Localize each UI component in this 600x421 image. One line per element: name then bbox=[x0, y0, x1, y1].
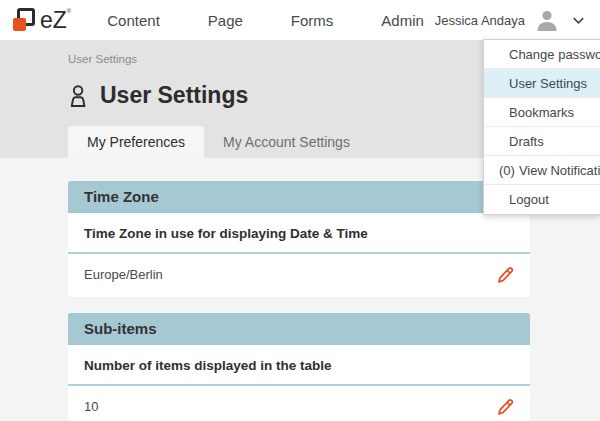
tab-my-preferences[interactable]: My Preferences bbox=[68, 126, 204, 158]
user-icon bbox=[68, 84, 90, 108]
ez-logo[interactable]: eZ ® bbox=[10, 5, 71, 35]
subitems-section: Sub-items Number of items displayed in t… bbox=[68, 313, 530, 421]
user-name: Jessica Andaya bbox=[435, 13, 525, 28]
user-avatar-icon bbox=[534, 7, 560, 33]
timezone-value-row: Europe/Berlin bbox=[68, 254, 530, 297]
timezone-edit-button[interactable] bbox=[495, 264, 516, 285]
menu-item-logout[interactable]: Logout bbox=[484, 185, 600, 214]
pencil-icon bbox=[495, 264, 516, 285]
subitems-value-row: 10 bbox=[68, 386, 530, 421]
subitems-field-label: Number of items displayed in the table bbox=[68, 345, 530, 386]
menu-item-drafts[interactable]: Drafts bbox=[484, 127, 600, 156]
tab-my-account-settings[interactable]: My Account Settings bbox=[204, 126, 369, 158]
menu-item-bookmarks[interactable]: Bookmarks bbox=[484, 98, 600, 127]
notification-count: (0) bbox=[499, 163, 515, 178]
menu-item-change-password[interactable]: Change password bbox=[484, 40, 600, 69]
timezone-section-title: Time Zone bbox=[68, 181, 530, 213]
user-menu-toggle[interactable]: Jessica Andaya bbox=[435, 7, 586, 33]
user-dropdown-menu: Change password User Settings Bookmarks … bbox=[483, 39, 600, 215]
chevron-down-icon bbox=[571, 13, 586, 28]
ez-logo-text: eZ bbox=[40, 5, 67, 35]
timezone-value: Europe/Berlin bbox=[84, 267, 163, 282]
menu-item-view-notifications[interactable]: (0) View Notifications bbox=[484, 156, 600, 185]
nav-item-page[interactable]: Page bbox=[208, 12, 243, 29]
ez-logo-icon bbox=[10, 5, 40, 35]
menu-item-user-settings[interactable]: User Settings bbox=[484, 69, 600, 98]
page-title: User Settings bbox=[100, 82, 248, 109]
subitems-edit-button[interactable] bbox=[495, 396, 516, 417]
nav-item-content[interactable]: Content bbox=[107, 12, 160, 29]
timezone-field-label: Time Zone in use for displaying Date & T… bbox=[68, 213, 530, 254]
top-navbar: eZ ® Content Page Forms Admin Jessica An… bbox=[0, 0, 600, 40]
nav-item-forms[interactable]: Forms bbox=[291, 12, 334, 29]
subitems-section-title: Sub-items bbox=[68, 313, 530, 345]
ez-logo-trademark: ® bbox=[67, 8, 71, 14]
nav-item-admin[interactable]: Admin bbox=[381, 12, 424, 29]
timezone-section: Time Zone Time Zone in use for displayin… bbox=[68, 181, 530, 297]
main-nav: Content Page Forms Admin bbox=[107, 12, 424, 29]
pencil-icon bbox=[495, 396, 516, 417]
tab-bar: My Preferences My Account Settings bbox=[68, 126, 369, 158]
notification-label: View Notifications bbox=[519, 163, 600, 178]
subitems-value: 10 bbox=[84, 399, 98, 414]
